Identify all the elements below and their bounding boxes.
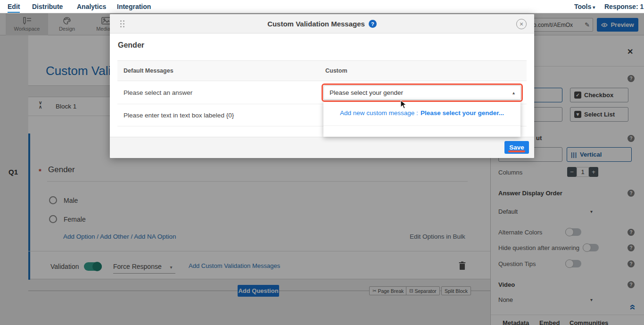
nav-tab-integration[interactable]: Integration (117, 3, 151, 10)
custom-message-dropdown-panel: Add new custom message : Please select y… (323, 100, 520, 137)
nav-tab-analytics[interactable]: Analytics (77, 3, 106, 10)
add-new-custom-message-option[interactable]: Add new custom message : Please select y… (323, 100, 520, 126)
app-screen: Edit Distribute Analytics Integration To… (0, 0, 644, 325)
top-nav: Edit Distribute Analytics Integration To… (0, 0, 644, 13)
custom-message-value: Please select your gender (330, 89, 512, 96)
custom-validation-messages-modal: Custom Validation Messages ? × Gender De… (110, 14, 534, 158)
red-underline-annotation (508, 150, 525, 152)
modal-title: Custom Validation Messages (267, 20, 365, 28)
save-button[interactable]: Save (504, 141, 529, 154)
caret-up-icon: ▴ (512, 90, 515, 95)
modal-title-wrap: Custom Validation Messages ? (110, 14, 534, 33)
suggested-custom-message: Please select your gender... (421, 109, 504, 117)
save-label: Save (509, 144, 524, 151)
modal-header: Custom Validation Messages ? × (110, 14, 534, 33)
nav-tools-label: Tools (574, 3, 591, 10)
modal-question-title: Gender (118, 41, 144, 50)
caret-down-icon: ▾ (593, 5, 595, 10)
default-message-text: Please select an answer (124, 89, 192, 96)
modal-help-icon[interactable]: ? (369, 20, 377, 28)
custom-message-dropdown[interactable]: Please select your gender ▴ (323, 85, 521, 100)
add-new-custom-message-prefix: Add new custom message : (340, 109, 418, 117)
nav-tools-menu[interactable]: Tools▾ (574, 3, 595, 10)
column-header-default-messages: Default Messages (124, 67, 173, 74)
nav-tab-distribute[interactable]: Distribute (32, 3, 63, 10)
validation-table-header: Default Messages Custom (117, 60, 527, 81)
modal-footer: Save (110, 137, 534, 158)
nav-response-count[interactable]: Response: 1 (604, 3, 644, 10)
modal-close-icon[interactable]: × (516, 19, 527, 29)
column-header-custom: Custom (325, 67, 347, 74)
nav-tab-edit[interactable]: Edit (8, 3, 20, 13)
default-message-text: Please enter text in text box labeled {0… (124, 112, 234, 119)
